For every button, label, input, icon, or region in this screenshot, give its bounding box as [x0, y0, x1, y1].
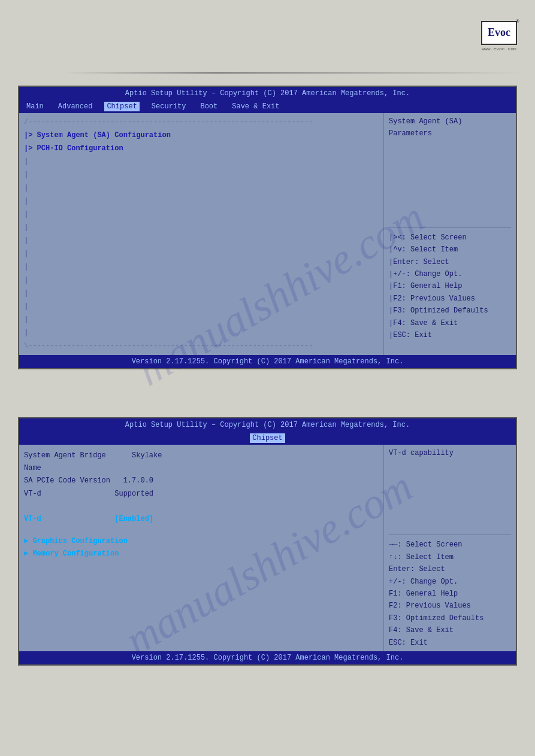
empty-1: | — [19, 155, 383, 168]
empty-11: | — [19, 287, 383, 300]
right-divider — [389, 227, 511, 228]
help2-esc: ESC: Exit — [389, 637, 511, 649]
empty-5: | — [19, 208, 383, 221]
menu-advanced[interactable]: Advanced — [56, 102, 95, 111]
right-heading-2: Parameters — [389, 127, 511, 139]
bios-right-panel-1: System Agent (SA) Parameters |><: Select… — [384, 113, 516, 355]
graphics-config-item[interactable]: ► Graphics Configuration — [19, 535, 383, 548]
right-heading-1: System Agent (SA) — [389, 116, 511, 127]
pcie-label: SA PCIe Code Version — [24, 476, 110, 485]
help2-select-screen: →←: Select Screen — [389, 539, 511, 551]
menu-chipset-2[interactable]: Chipset — [250, 433, 285, 443]
menu-chipset[interactable]: Chipset — [104, 102, 139, 111]
bridge-label: System Agent Bridge — [24, 451, 106, 460]
bios-title-2: Aptio Setup Utility – Copyright (C) 2017… — [19, 418, 516, 432]
top-divider: /---------------------------------------… — [19, 116, 383, 129]
bios-content-2: System Agent Bridge Skylake Name SA PCIe… — [19, 445, 516, 651]
sa-config-item[interactable]: |> System Agent (SA) Configuration — [19, 129, 383, 142]
bios-left-panel-1: /---------------------------------------… — [19, 113, 384, 355]
spacer — [0, 381, 535, 405]
help-enter: |Enter: Select — [389, 256, 511, 268]
memory-config-item[interactable]: ► Memory Configuration — [19, 548, 383, 560]
header-divider — [12, 72, 523, 74]
menu-main[interactable]: Main — [24, 102, 46, 111]
help-change-opt: |+/-: Change Opt. — [389, 268, 511, 280]
empty-4: | — [19, 195, 383, 208]
bridge-name-label: Name — [19, 462, 383, 475]
help2-f3: F3: Optimized Defaults — [389, 612, 511, 624]
help-select-screen: |><: Select Screen — [389, 232, 511, 244]
pcie-value: 1.7.0.0 — [123, 476, 153, 485]
bridge-value: Skylake — [132, 451, 162, 460]
right-spacer-2 — [389, 459, 511, 531]
empty-14: | — [19, 326, 383, 339]
bridge-name-row: System Agent Bridge Skylake — [19, 450, 383, 462]
bios-content-1: /---------------------------------------… — [19, 113, 516, 355]
vtd-supported-row: VT-d Supported — [19, 488, 383, 500]
bios-right-panel-2: VT-d capability →←: Select Screen ↑↓: Se… — [384, 445, 516, 651]
right-spacer — [389, 140, 511, 224]
menu-security[interactable]: Security — [149, 102, 189, 111]
menu-save-exit[interactable]: Save & Exit — [229, 102, 282, 111]
empty-6: | — [19, 221, 383, 234]
bios-screen-1: Aptio Setup Utility – Copyright (C) 2017… — [18, 86, 517, 369]
help2-enter: Enter: Select — [389, 563, 511, 575]
help2-f2: F2: Previous Values — [389, 600, 511, 612]
vtd-label: VT-d — [24, 490, 41, 498]
gap — [19, 526, 383, 535]
bios-footer-2: Version 2.17.1255. Copyright (C) 2017 Am… — [19, 651, 516, 664]
help-f4: |F4: Save & Exit — [389, 317, 511, 329]
bios-screen-2: Aptio Setup Utility – Copyright (C) 2017… — [18, 417, 517, 666]
menu-boot[interactable]: Boot — [198, 102, 220, 111]
empty-8: | — [19, 247, 383, 260]
logo: Evoc — [481, 21, 517, 45]
help2-select-item: ↑↓: Select Item — [389, 551, 511, 563]
vtd-enabled-value: [Enabled] — [114, 515, 153, 523]
sa-config-label: |> System Agent (SA) Configuration — [24, 131, 171, 139]
bios-menubar-2: Chipset — [19, 432, 516, 445]
vtd-value: Supported — [114, 490, 153, 498]
pcie-code-row: SA PCIe Code Version 1.7.0.0 — [19, 475, 383, 487]
help2-f4: F4: Save & Exit — [389, 624, 511, 636]
bios-footer-1: Version 2.17.1255. Copyright (C) 2017 Am… — [19, 355, 516, 368]
bottom-divider: \---------------------------------------… — [19, 339, 383, 353]
help-select-item: |^v: Select Item — [389, 244, 511, 256]
help-f2: |F2: Previous Values — [389, 293, 511, 305]
help2-f1: F1: General Help — [389, 588, 511, 600]
help2-change-opt: +/-: Change Opt. — [389, 576, 511, 588]
page-header: Evoc www.evoc.com — [0, 0, 535, 72]
empty-row — [19, 500, 383, 513]
empty-13: | — [19, 313, 383, 326]
help-f3: |F3: Optimized Defaults — [389, 305, 511, 317]
vtd-enabled-label: VT-d — [24, 515, 41, 523]
empty-3: | — [19, 181, 383, 195]
bios-left-panel-2: System Agent Bridge Skylake Name SA PCIe… — [19, 445, 384, 651]
pch-io-label: |> PCH-IO Configuration — [24, 144, 123, 153]
vtd-capability-heading: VT-d capability — [389, 447, 511, 459]
vtd-enabled-row[interactable]: VT-d [Enabled] — [19, 513, 383, 526]
empty-7: | — [19, 234, 383, 247]
help-esc: |ESC: Exit — [389, 329, 511, 341]
empty-12: | — [19, 300, 383, 313]
bios-title-1: Aptio Setup Utility – Copyright (C) 2017… — [19, 87, 516, 100]
empty-9: | — [19, 260, 383, 274]
help-f1: |F1: General Help — [389, 280, 511, 292]
empty-10: | — [19, 274, 383, 287]
logo-area: Evoc www.evoc.com — [481, 21, 517, 51]
logo-url: www.evoc.com — [482, 46, 516, 51]
bios-menubar-1: Main Advanced Chipset Security Boot Save… — [19, 100, 516, 113]
right-divider-2 — [389, 535, 511, 535]
empty-2: | — [19, 168, 383, 181]
pch-io-item[interactable]: |> PCH-IO Configuration — [19, 142, 383, 155]
